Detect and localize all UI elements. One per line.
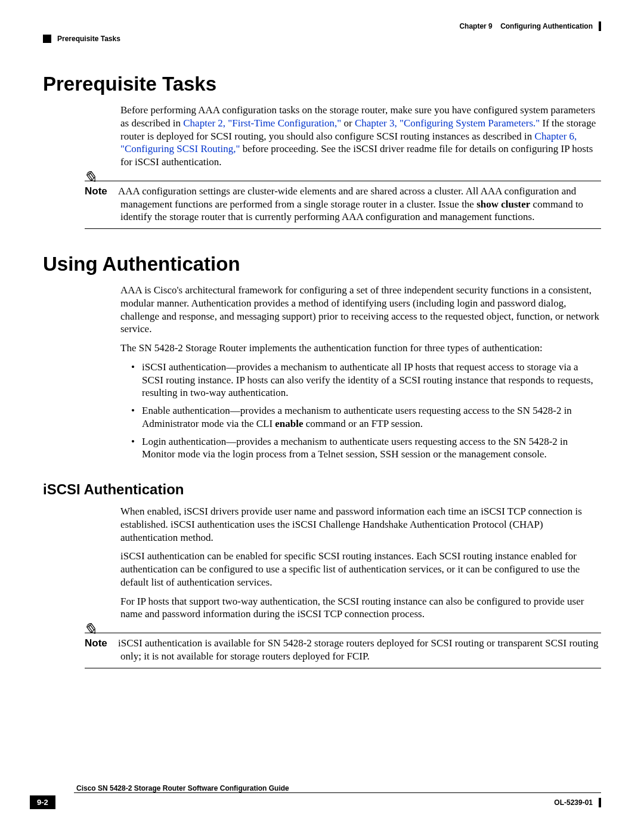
header-bar-icon [599,21,601,31]
page-number-badge: 9-2 [30,795,55,809]
using-auth-paragraph-1: AAA is Cisco's architectural framework f… [120,284,601,336]
square-bullet-icon [43,35,51,43]
subsection-title-iscsi-authentication: iSCSI Authentication [43,481,601,498]
section-title-using-authentication: Using Authentication [43,253,601,275]
footer-guide-title: Cisco SN 5428-2 Storage Router Software … [76,784,601,792]
running-header: Chapter 9 Configuring Authentication [43,21,601,31]
header-chapter-label: Chapter 9 [459,22,492,30]
note-block-prereq: ✎ NoteAAA configuration settings are clu… [120,181,601,229]
link-chapter-2[interactable]: Chapter 2, "First-Time Configuration," [183,117,341,129]
using-auth-body: AAA is Cisco's architectural framework f… [120,284,601,461]
note-label: Note [85,185,118,198]
iscsi-paragraph-1: When enabled, iSCSI drivers provide user… [120,505,601,544]
note-text-prereq: NoteAAA configuration settings are clust… [120,181,601,225]
breadcrumb-text: Prerequisite Tasks [57,35,120,43]
header-chapter-title: Configuring Authentication [500,22,593,30]
iscsi-paragraph-3: For IP hosts that support two-way authen… [120,595,601,621]
list-item: Login authentication—provides a mechanis… [131,435,601,462]
running-subheader: Prerequisite Tasks [43,35,601,43]
footer-doc-number: OL-5239-01 [554,798,593,807]
bullet-bold-enable: enable [275,418,303,429]
section-title-prerequisite-tasks: Prerequisite Tasks [43,73,601,95]
prereq-body: Before performing AAA configuration task… [120,104,601,229]
using-auth-paragraph-2: The SN 5428-2 Storage Router implements … [120,342,601,355]
note-bold-show-cluster: show cluster [476,199,530,210]
note-block-iscsi: ✎ NoteiSCSI authentication is available … [120,633,601,668]
list-item: Enable authentication—provides a mechani… [131,404,601,431]
prereq-paragraph-1: Before performing AAA configuration task… [120,104,601,169]
list-item: iSCSI authentication—provides a mechanis… [131,361,601,400]
using-auth-bullet-list: iSCSI authentication—provides a mechanis… [131,361,601,461]
iscsi-paragraph-2: iSCSI authentication can be enabled for … [120,550,601,589]
content-area: Prerequisite Tasks Before performing AAA… [43,73,601,668]
note-label: Note [85,637,118,650]
link-chapter-3[interactable]: Chapter 3, "Configuring System Parameter… [355,117,540,129]
page-footer: Cisco SN 5428-2 Storage Router Software … [30,782,601,809]
footer-bar-icon [599,798,601,807]
iscsi-auth-body: When enabled, iSCSI drivers provide user… [120,505,601,668]
page-container: Chapter 9 Configuring Authentication Pre… [0,0,644,833]
note-text-iscsi: NoteiSCSI authentication is available fo… [120,633,601,664]
